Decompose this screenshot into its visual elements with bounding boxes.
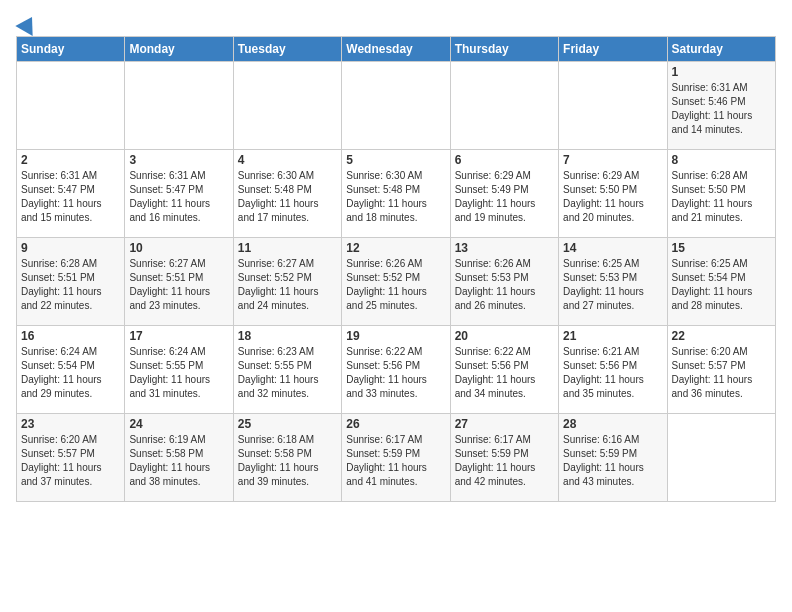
day-number: 4 [238,153,337,167]
calendar-cell [125,62,233,150]
calendar-cell: 23Sunrise: 6:20 AM Sunset: 5:57 PM Dayli… [17,414,125,502]
calendar-week-5: 23Sunrise: 6:20 AM Sunset: 5:57 PM Dayli… [17,414,776,502]
calendar-cell: 25Sunrise: 6:18 AM Sunset: 5:58 PM Dayli… [233,414,341,502]
day-info: Sunrise: 6:24 AM Sunset: 5:55 PM Dayligh… [129,345,228,401]
calendar-cell: 10Sunrise: 6:27 AM Sunset: 5:51 PM Dayli… [125,238,233,326]
page-header [16,16,776,32]
column-header-monday: Monday [125,37,233,62]
day-number: 1 [672,65,771,79]
day-number: 12 [346,241,445,255]
calendar-week-4: 16Sunrise: 6:24 AM Sunset: 5:54 PM Dayli… [17,326,776,414]
day-number: 14 [563,241,662,255]
day-number: 18 [238,329,337,343]
column-header-sunday: Sunday [17,37,125,62]
day-number: 13 [455,241,554,255]
calendar-week-3: 9Sunrise: 6:28 AM Sunset: 5:51 PM Daylig… [17,238,776,326]
calendar-cell: 4Sunrise: 6:30 AM Sunset: 5:48 PM Daylig… [233,150,341,238]
calendar-cell [17,62,125,150]
calendar-cell: 17Sunrise: 6:24 AM Sunset: 5:55 PM Dayli… [125,326,233,414]
calendar-cell: 6Sunrise: 6:29 AM Sunset: 5:49 PM Daylig… [450,150,558,238]
calendar-cell: 19Sunrise: 6:22 AM Sunset: 5:56 PM Dayli… [342,326,450,414]
day-number: 26 [346,417,445,431]
day-info: Sunrise: 6:26 AM Sunset: 5:53 PM Dayligh… [455,257,554,313]
calendar-cell: 7Sunrise: 6:29 AM Sunset: 5:50 PM Daylig… [559,150,667,238]
day-number: 19 [346,329,445,343]
calendar-cell: 18Sunrise: 6:23 AM Sunset: 5:55 PM Dayli… [233,326,341,414]
day-info: Sunrise: 6:28 AM Sunset: 5:50 PM Dayligh… [672,169,771,225]
calendar-cell: 22Sunrise: 6:20 AM Sunset: 5:57 PM Dayli… [667,326,775,414]
day-number: 5 [346,153,445,167]
column-header-wednesday: Wednesday [342,37,450,62]
day-info: Sunrise: 6:26 AM Sunset: 5:52 PM Dayligh… [346,257,445,313]
day-info: Sunrise: 6:22 AM Sunset: 5:56 PM Dayligh… [346,345,445,401]
day-number: 2 [21,153,120,167]
column-header-thursday: Thursday [450,37,558,62]
column-header-saturday: Saturday [667,37,775,62]
day-number: 22 [672,329,771,343]
calendar-week-2: 2Sunrise: 6:31 AM Sunset: 5:47 PM Daylig… [17,150,776,238]
calendar-cell: 9Sunrise: 6:28 AM Sunset: 5:51 PM Daylig… [17,238,125,326]
calendar-table: SundayMondayTuesdayWednesdayThursdayFrid… [16,36,776,502]
day-info: Sunrise: 6:19 AM Sunset: 5:58 PM Dayligh… [129,433,228,489]
day-info: Sunrise: 6:17 AM Sunset: 5:59 PM Dayligh… [455,433,554,489]
calendar-cell: 8Sunrise: 6:28 AM Sunset: 5:50 PM Daylig… [667,150,775,238]
day-info: Sunrise: 6:28 AM Sunset: 5:51 PM Dayligh… [21,257,120,313]
day-info: Sunrise: 6:24 AM Sunset: 5:54 PM Dayligh… [21,345,120,401]
calendar-week-1: 1Sunrise: 6:31 AM Sunset: 5:46 PM Daylig… [17,62,776,150]
day-info: Sunrise: 6:29 AM Sunset: 5:50 PM Dayligh… [563,169,662,225]
calendar-cell: 2Sunrise: 6:31 AM Sunset: 5:47 PM Daylig… [17,150,125,238]
day-number: 7 [563,153,662,167]
calendar-header-row: SundayMondayTuesdayWednesdayThursdayFrid… [17,37,776,62]
calendar-cell [342,62,450,150]
calendar-cell: 27Sunrise: 6:17 AM Sunset: 5:59 PM Dayli… [450,414,558,502]
calendar-cell [450,62,558,150]
day-number: 15 [672,241,771,255]
day-info: Sunrise: 6:23 AM Sunset: 5:55 PM Dayligh… [238,345,337,401]
day-number: 27 [455,417,554,431]
day-info: Sunrise: 6:27 AM Sunset: 5:52 PM Dayligh… [238,257,337,313]
day-info: Sunrise: 6:31 AM Sunset: 5:47 PM Dayligh… [129,169,228,225]
calendar-cell: 5Sunrise: 6:30 AM Sunset: 5:48 PM Daylig… [342,150,450,238]
calendar-cell: 15Sunrise: 6:25 AM Sunset: 5:54 PM Dayli… [667,238,775,326]
day-info: Sunrise: 6:20 AM Sunset: 5:57 PM Dayligh… [21,433,120,489]
day-info: Sunrise: 6:17 AM Sunset: 5:59 PM Dayligh… [346,433,445,489]
logo-triangle-icon [15,12,40,36]
day-number: 23 [21,417,120,431]
calendar-cell: 28Sunrise: 6:16 AM Sunset: 5:59 PM Dayli… [559,414,667,502]
day-number: 17 [129,329,228,343]
day-info: Sunrise: 6:18 AM Sunset: 5:58 PM Dayligh… [238,433,337,489]
column-header-friday: Friday [559,37,667,62]
calendar-cell [667,414,775,502]
day-number: 28 [563,417,662,431]
column-header-tuesday: Tuesday [233,37,341,62]
day-info: Sunrise: 6:22 AM Sunset: 5:56 PM Dayligh… [455,345,554,401]
calendar-cell: 14Sunrise: 6:25 AM Sunset: 5:53 PM Dayli… [559,238,667,326]
day-info: Sunrise: 6:20 AM Sunset: 5:57 PM Dayligh… [672,345,771,401]
day-info: Sunrise: 6:31 AM Sunset: 5:47 PM Dayligh… [21,169,120,225]
day-number: 20 [455,329,554,343]
day-number: 8 [672,153,771,167]
calendar-cell: 26Sunrise: 6:17 AM Sunset: 5:59 PM Dayli… [342,414,450,502]
day-info: Sunrise: 6:25 AM Sunset: 5:53 PM Dayligh… [563,257,662,313]
day-number: 25 [238,417,337,431]
day-number: 9 [21,241,120,255]
calendar-cell: 3Sunrise: 6:31 AM Sunset: 5:47 PM Daylig… [125,150,233,238]
day-info: Sunrise: 6:25 AM Sunset: 5:54 PM Dayligh… [672,257,771,313]
day-info: Sunrise: 6:31 AM Sunset: 5:46 PM Dayligh… [672,81,771,137]
day-number: 24 [129,417,228,431]
calendar-cell: 16Sunrise: 6:24 AM Sunset: 5:54 PM Dayli… [17,326,125,414]
calendar-cell: 21Sunrise: 6:21 AM Sunset: 5:56 PM Dayli… [559,326,667,414]
calendar-cell [233,62,341,150]
calendar-cell: 13Sunrise: 6:26 AM Sunset: 5:53 PM Dayli… [450,238,558,326]
day-info: Sunrise: 6:29 AM Sunset: 5:49 PM Dayligh… [455,169,554,225]
day-info: Sunrise: 6:16 AM Sunset: 5:59 PM Dayligh… [563,433,662,489]
calendar-cell: 24Sunrise: 6:19 AM Sunset: 5:58 PM Dayli… [125,414,233,502]
day-number: 11 [238,241,337,255]
day-number: 16 [21,329,120,343]
calendar-cell: 20Sunrise: 6:22 AM Sunset: 5:56 PM Dayli… [450,326,558,414]
day-number: 10 [129,241,228,255]
day-number: 3 [129,153,228,167]
day-info: Sunrise: 6:27 AM Sunset: 5:51 PM Dayligh… [129,257,228,313]
day-info: Sunrise: 6:30 AM Sunset: 5:48 PM Dayligh… [346,169,445,225]
logo [16,16,38,32]
